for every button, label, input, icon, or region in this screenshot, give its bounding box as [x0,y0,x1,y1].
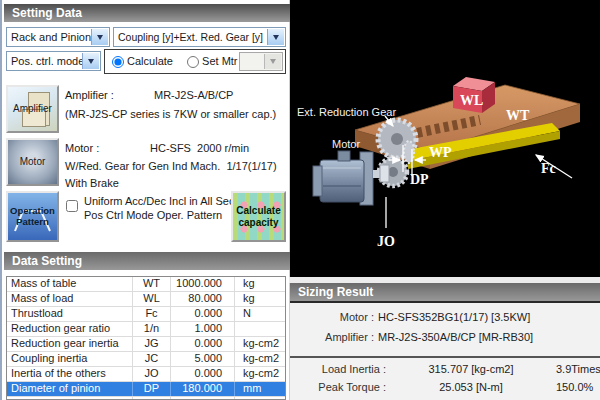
wp-label: WP [429,145,452,160]
uniform-accdec-label-line1: Uniform Acc/Dec Incl in All Sect. of [84,195,253,207]
result-motor-line: Motor : HC-SFS352BG1(1/17) [3.5KW] [290,311,600,323]
result-separator [290,356,600,358]
table-row[interactable]: Inertia of the others JO 0.000 kg-cm2 [7,367,285,382]
table-row[interactable]: Mass of table WT 1000.000 kg [7,277,285,292]
chevron-down-icon[interactable] [267,29,284,45]
jo-label: JO [377,234,395,249]
cell-unit: kg [235,277,285,291]
cell-label: Thrustload [7,307,133,321]
table-row[interactable]: Coupling inertia JC 5.000 kg-cm2 [7,352,285,367]
chevron-down-icon[interactable] [91,29,108,45]
uniform-accdec-checkbox[interactable] [66,200,78,212]
coupling-select-value: Coupling [y]+Ext. Red. Gear [y] [118,31,263,43]
data-setting-header: Data Setting [4,252,293,270]
cell-unit: kg-cm2 [235,337,285,351]
wt-label: WT [506,108,530,123]
set-mtr-select [239,52,283,71]
cell-label: Mass of load [7,292,133,306]
motor-gear-line: W/Red. Gear for Gen Ind Mach. 1/17(1/17) [65,160,277,172]
cell-label: Mass of table [7,277,133,291]
cell-value: 0.000 [171,367,235,381]
machine-diagram-svg: Ext. Reduction Gear Motor WL WT WP DP Fc… [290,0,600,277]
amplifier-note: (MR-J2S-CP series is 7KW or smaller cap.… [65,108,276,120]
mechanism-select[interactable]: Rack and Pinion [6,27,110,47]
fc-label: Fc [541,161,556,176]
cell-unit: kg-cm2 [235,352,285,366]
cell-label: Coupling inertia [7,352,133,366]
sizing-result-header: Sizing Result [290,283,600,301]
peak-torque-ratio: 150.0% [556,381,600,393]
result-amplifier-line: Amplifier : MR-J2S-350A/B/CP [MR-RB30] [290,331,600,343]
result-amplifier-value: MR-J2S-350A/B/CP [MR-RB30] [374,331,533,343]
data-setting-table: Mass of table WT 1000.000 kg Mass of loa… [6,276,286,400]
cell-unit: kg [235,292,285,306]
table-row[interactable]: Reduction gear inertia JG 0.000 kg-cm2 [7,337,285,352]
setting-data-panel: Setting Data Rack and Pinion Coupling [y… [0,0,289,400]
mechanism-select-value: Rack and Pinion [11,31,91,43]
cell-symbol: WT [133,277,171,291]
operation-pattern-button-label: Operation Pattern [10,206,55,228]
peak-torque-label: Peak Torque : [290,381,386,393]
cell-label: Inertia of the others [7,367,133,381]
uniform-accdec-label-line2: Pos Ctrl Mode Oper. Pattern [84,209,222,221]
motor-diagram-label: Motor [332,138,360,150]
cell-unit: kg-cm2 [235,367,285,381]
control-mode-value: Pos. ctrl. mode [11,55,84,67]
table-row-selected[interactable]: Diameter of pinion DP 180.000 mm [7,382,285,397]
result-motor-label: Motor : [290,311,374,323]
cell-symbol: DP [133,382,171,396]
cell-label: Diameter of pinion [7,382,133,396]
cell-value: 0.000 [171,337,235,351]
calculate-radio-option[interactable]: Calculate [112,55,173,68]
motor-value: HC-SFS 2000 r/min [150,142,249,154]
cell-value: 5.000 [171,352,235,366]
chevron-down-icon[interactable] [82,53,99,69]
machine-diagram: Ext. Reduction Gear Motor WL WT WP DP Fc… [290,0,600,277]
load-inertia-value: 315.707 [kg-cm2] [386,363,556,375]
cell-value: 1.000 [171,322,235,336]
cell-unit: mm [235,382,285,396]
calculate-capacity-button[interactable]: Calculate capacity [231,191,286,242]
cell-value: 80.000 [171,292,235,306]
cell-label: Reduction gear ratio [7,322,133,336]
calc-mode-group: Calculate Set Mtr [104,49,286,74]
load-inertia-ratio: 3.9Times [556,363,600,375]
cell-value: 180.000 [171,382,235,396]
table-row[interactable]: Thrustload Fc 0.000 N [7,307,285,322]
motor-button[interactable]: Motor [6,138,59,186]
amplifier-label: Amplifier : [65,89,114,101]
cell-symbol: JG [133,337,171,351]
motor-3d [313,151,389,205]
sizing-result-panel: Motor : HC-SFS352BG1(1/17) [3.5KW] Ampli… [290,301,600,400]
dp-label: DP [410,172,429,187]
coupling-select[interactable]: Coupling [y]+Ext. Red. Gear [y] [113,27,286,47]
operation-pattern-button[interactable]: Operation Pattern [6,191,59,242]
table-row[interactable]: Reduction gear ratio 1/n 1.000 [7,322,285,337]
amplifier-button[interactable]: Amplifier [6,85,59,133]
ext-reduction-gear-label: Ext. Reduction Gear [297,106,396,118]
cell-symbol: Fc [133,307,171,321]
set-mtr-radio-label: Set Mtr [202,55,237,67]
cell-symbol: JC [133,352,171,366]
cell-symbol: JO [133,367,171,381]
peak-torque-value: 25.053 [N-m] [386,381,556,393]
result-motor-value: HC-SFS352BG1(1/17) [3.5KW] [374,311,530,323]
cell-unit [235,322,285,336]
motor-label: Motor : [65,142,99,154]
control-mode-select[interactable]: Pos. ctrl. mode [6,51,101,71]
set-mtr-radio-option[interactable]: Set Mtr [187,55,238,68]
calculate-radio[interactable] [112,56,124,68]
cell-value: 0.000 [171,307,235,321]
cell-symbol: 1/n [133,322,171,336]
setting-data-header: Setting Data [4,4,293,22]
calculate-radio-label: Calculate [127,55,173,67]
chevron-down-icon [264,54,281,69]
cell-value: 1000.000 [171,277,235,291]
wl-label: WL [460,93,483,108]
result-load-inertia-row: Load Inertia : 315.707 [kg-cm2] 3.9Times [290,363,600,375]
load-inertia-label: Load Inertia : [290,363,386,375]
amplifier-value: MR-J2S-A/B/CP [154,89,233,101]
table-row[interactable]: Mass of load WL 80.000 kg [7,292,285,307]
motor-button-label: Motor [20,156,46,168]
set-mtr-radio[interactable] [187,56,199,68]
